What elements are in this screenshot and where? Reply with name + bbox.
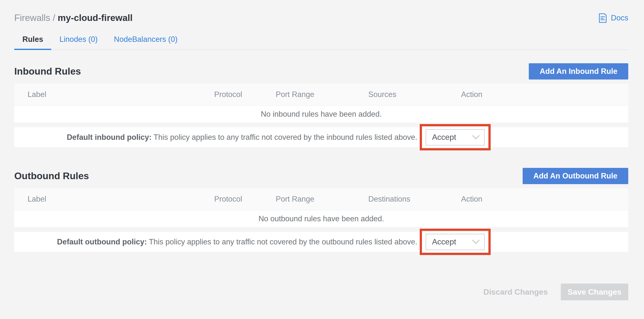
inbound-policy-description: This policy applies to any traffic not c…: [154, 133, 417, 142]
outbound-column-action: Action: [461, 195, 628, 204]
inbound-section-header: Inbound Rules Add An Inbound Rule: [14, 63, 628, 80]
document-icon: [598, 13, 607, 23]
add-inbound-rule-button[interactable]: Add An Inbound Rule: [529, 63, 628, 80]
inbound-column-protocol: Protocol: [214, 90, 276, 99]
outbound-rules-table: Label Protocol Port Range Destinations A…: [14, 188, 628, 252]
inbound-rules-title: Inbound Rules: [14, 66, 81, 77]
breadcrumb-parent[interactable]: Firewalls: [14, 13, 50, 23]
tab-rules[interactable]: Rules: [14, 35, 51, 50]
inbound-empty-row: No inbound rules have been added.: [14, 106, 628, 122]
outbound-table-header-row: Label Protocol Port Range Destinations A…: [14, 188, 628, 210]
inbound-rules-table: Label Protocol Port Range Sources Action…: [14, 84, 628, 147]
inbound-policy-select[interactable]: Accept: [426, 129, 485, 146]
chevron-down-icon: [472, 240, 480, 244]
tab-linodes-label: Linodes (0): [59, 35, 98, 44]
inbound-policy-label: Default inbound policy:: [67, 133, 152, 142]
outbound-column-label: Label: [14, 195, 214, 204]
docs-link-label: Docs: [611, 14, 628, 22]
form-actions: Discard Changes Save Changes: [14, 284, 628, 300]
inbound-column-port-range: Port Range: [276, 90, 368, 99]
inbound-column-label: Label: [14, 90, 214, 99]
outbound-policy-selected-value: Accept: [432, 237, 456, 246]
inbound-table-header-row: Label Protocol Port Range Sources Action: [14, 84, 628, 106]
outbound-policy-label: Default outbound policy:: [57, 238, 147, 246]
outbound-empty-row: No outbound rules have been added.: [14, 210, 628, 227]
inbound-policy-text: Default inbound policy: This policy appl…: [67, 133, 417, 142]
top-bar: Firewalls/my-cloud-firewall Docs: [14, 0, 628, 24]
inbound-empty-message: No inbound rules have been added.: [261, 110, 382, 119]
discard-changes-button[interactable]: Discard Changes: [484, 288, 548, 296]
outbound-policy-text: Default outbound policy: This policy app…: [57, 238, 417, 246]
tab-bar: Rules Linodes (0) NodeBalancers (0): [14, 35, 628, 50]
breadcrumb: Firewalls/my-cloud-firewall: [14, 12, 133, 24]
inbound-policy-row: Default inbound policy: This policy appl…: [14, 127, 628, 147]
outbound-empty-message: No outbound rules have been added.: [258, 214, 384, 223]
outbound-section-header: Outbound Rules Add An Outbound Rule: [14, 168, 628, 184]
outbound-policy-description: This policy applies to any traffic not c…: [149, 238, 417, 246]
breadcrumb-current: my-cloud-firewall: [58, 13, 132, 23]
tab-nodebalancers[interactable]: NodeBalancers (0): [106, 35, 186, 50]
breadcrumb-separator: /: [53, 13, 55, 23]
inbound-policy-selected-value: Accept: [432, 133, 456, 142]
inbound-column-action: Action: [461, 90, 628, 99]
tab-nodebalancers-label: NodeBalancers (0): [114, 35, 178, 44]
outbound-policy-select[interactable]: Accept: [426, 234, 485, 250]
tab-linodes[interactable]: Linodes (0): [51, 35, 106, 50]
annotation-highlight-outbound-policy: Accept: [420, 229, 491, 255]
annotation-highlight-inbound-policy: Accept: [420, 124, 491, 150]
outbound-policy-row: Default outbound policy: This policy app…: [14, 232, 628, 252]
outbound-rules-title: Outbound Rules: [14, 170, 89, 182]
chevron-down-icon: [472, 135, 480, 140]
outbound-column-protocol: Protocol: [214, 195, 276, 204]
page-content: Firewalls/my-cloud-firewall Docs Rules L…: [14, 0, 628, 300]
outbound-column-port-range: Port Range: [276, 195, 368, 204]
inbound-column-sources: Sources: [368, 90, 461, 99]
outbound-column-destinations: Destinations: [368, 195, 461, 204]
tab-rules-label: Rules: [22, 35, 43, 44]
save-changes-button[interactable]: Save Changes: [561, 284, 628, 300]
add-outbound-rule-button[interactable]: Add An Outbound Rule: [523, 168, 628, 184]
docs-link[interactable]: Docs: [598, 13, 628, 23]
